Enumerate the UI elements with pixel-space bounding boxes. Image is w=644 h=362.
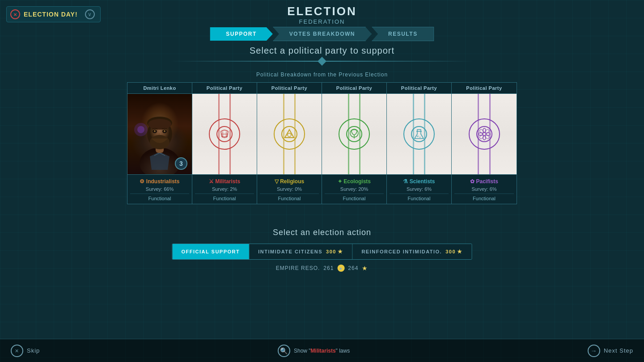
party-name-1: ⚔ Militarists (195, 178, 254, 185)
party-icon-3 (339, 118, 370, 150)
pacifist-icon-svg (475, 125, 493, 143)
party-name-3: ✦ Ecologists (325, 178, 384, 185)
party-banner-2 (257, 94, 322, 174)
resources-star-icon: ★ (362, 265, 368, 272)
religious-icon-svg (280, 125, 298, 143)
survey-4: Survey: 6% (390, 186, 449, 192)
functional-3: Functional (325, 194, 384, 201)
party-banner-5 (452, 94, 517, 174)
party-info-1: ⚔ Militarists Survey: 2% Functional (192, 174, 257, 204)
breakdown-label: Political Breakdown from the Previous El… (256, 72, 388, 78)
party-banner-4 (387, 94, 451, 174)
party-icon-5 (469, 118, 500, 150)
tab-support[interactable]: SUPPORT (210, 27, 273, 41)
party-card-ecologists[interactable]: Political Party ✦ Ecologists Survey: 20%… (322, 83, 387, 204)
party-card-header-1: Political Party (192, 83, 257, 94)
survey-3: Survey: 20% (325, 186, 384, 192)
party-info-5: ✿ Pacifists Survey: 6% Functional (452, 174, 517, 204)
functional-1: Functional (195, 194, 254, 201)
next-step-button[interactable]: → Next Step (588, 345, 633, 357)
level-badge: 3 (175, 157, 187, 170)
empire-resources: EMPIRE RESO. 261 ● 264 ★ (276, 265, 369, 272)
survey-0: Survey: 66% (130, 186, 189, 192)
svg-point-24 (419, 137, 421, 138)
party-icon-2 (274, 118, 305, 150)
svg-point-21 (411, 126, 427, 142)
party-banner-1 (192, 94, 257, 174)
survey-5: Survey: 6% (454, 186, 514, 192)
party-info-0: ⚙ Industrialists Survey: 66% Functional (127, 174, 192, 204)
notification-close-button[interactable]: × (10, 9, 20, 19)
survey-2: Survey: 0% (260, 186, 319, 192)
skip-button[interactable]: × Skip (11, 345, 40, 357)
party-card-header-0: Dmitri Lenko (127, 83, 192, 94)
party-info-4: ⚗ Scientists Survey: 6% Functional (387, 174, 451, 204)
svg-point-34 (479, 134, 484, 139)
party-card-religious[interactable]: Political Party ▽ Religious Survey: 0% F… (257, 83, 322, 204)
party-card-pacifists[interactable]: Political Party (452, 83, 517, 204)
party-name-2: ▽ Religious (260, 178, 319, 185)
tab-votes-breakdown[interactable]: VOTES BREAKDOWN (273, 27, 372, 41)
svg-point-32 (484, 134, 489, 139)
party-card-leader[interactable]: Dmitri Lenko (127, 83, 192, 204)
svg-point-4 (148, 119, 171, 130)
next-step-icon: → (588, 345, 600, 357)
skip-label: Skip (27, 347, 40, 354)
party-name-4: ⚗ Scientists (390, 178, 449, 185)
search-icon: 🔍 (278, 345, 290, 357)
svg-point-17 (288, 133, 291, 137)
survey-1: Survey: 2% (195, 186, 254, 192)
action-reinforced-intimidation[interactable]: REINFORCED INTIMIDATIO. 300 ★ (352, 244, 471, 259)
party-name-0: ⚙ Industrialists (130, 178, 189, 185)
svg-point-23 (417, 135, 419, 137)
svg-point-25 (477, 126, 492, 142)
party-grid: Dmitri Lenko (127, 82, 517, 204)
coin-icon: ● (337, 265, 344, 272)
intimidate-cost: 300 ★ (326, 248, 343, 255)
skip-icon: × (11, 345, 23, 357)
tab-results[interactable]: RESULTS (372, 27, 434, 41)
action-intimidate-citizens[interactable]: INTIMIDATE CITIZENS 300 ★ (249, 244, 352, 259)
action-buttons: OFFICIAL SUPPORT INTIMIDATE CITIZENS 300… (172, 244, 472, 260)
star-icon-1: ★ (338, 248, 343, 255)
star-icon-2: ★ (457, 248, 463, 255)
party-card-header-4: Political Party (387, 83, 451, 94)
bottom-bar: × Skip 🔍 Show "Militarists" laws → Next … (0, 339, 644, 362)
next-step-label: Next Step (604, 347, 633, 354)
svg-point-10 (154, 130, 156, 132)
notification-bar[interactable]: × ELECTION DAY! ∨ (6, 6, 101, 22)
reinforced-cost: 300 ★ (445, 248, 462, 255)
svg-point-31 (479, 129, 484, 134)
svg-point-13 (137, 126, 144, 133)
svg-point-18 (347, 126, 362, 142)
party-card-header-5: Political Party (452, 83, 517, 94)
show-laws-text: Show "Militarists" laws (294, 348, 350, 354)
show-laws-button[interactable]: 🔍 Show "Militarists" laws (278, 345, 350, 357)
party-icon-1 (209, 118, 240, 150)
notification-title: ELECTION DAY! (24, 11, 78, 18)
action-official-support[interactable]: OFFICIAL SUPPORT (173, 244, 250, 259)
functional-4: Functional (390, 194, 449, 201)
section-title: Select a political party to support (250, 46, 394, 56)
svg-point-33 (484, 129, 489, 134)
functional-0: Functional (130, 194, 189, 201)
header: ELECTION FEDERATION (287, 4, 356, 25)
party-card-militarists[interactable]: Political Party ⚔ Militarists (192, 83, 257, 204)
party-icon-4 (403, 118, 435, 150)
functional-2: Functional (260, 194, 319, 201)
svg-point-11 (164, 130, 165, 132)
militarist-icon-svg (216, 125, 233, 143)
scientist-icon-svg (410, 125, 428, 143)
ecologist-icon-svg (345, 125, 363, 143)
election-subtitle: FEDERATION (287, 18, 356, 25)
notification-expand-button[interactable]: ∨ (85, 9, 95, 19)
party-card-header-3: Political Party (322, 83, 386, 94)
party-info-2: ▽ Religious Survey: 0% Functional (257, 174, 322, 204)
action-section-title: Select an election action (273, 228, 371, 237)
party-card-scientists[interactable]: Political Party ⚗ Scientists Survey: (387, 83, 452, 204)
functional-5: Functional (454, 194, 514, 201)
party-card-header-2: Political Party (257, 83, 322, 94)
tab-bar: SUPPORT VOTES BREAKDOWN RESULTS (210, 27, 434, 41)
party-banner-3 (322, 94, 386, 174)
party-banner-0: 3 (127, 94, 192, 174)
